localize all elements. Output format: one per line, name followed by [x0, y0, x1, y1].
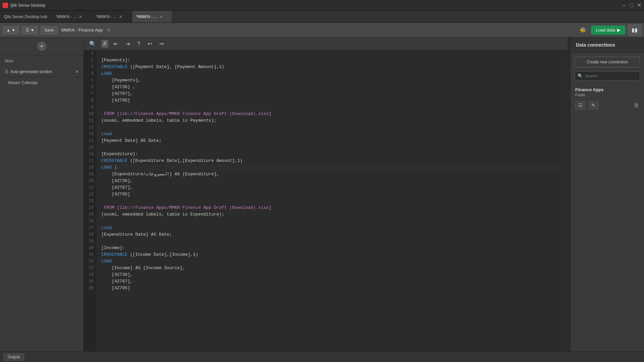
view-toggle-button[interactable]: ▮▮ — [628, 24, 641, 36]
ln-6: 6 — [87, 84, 94, 90]
code-content[interactable]: [Payments]: CROSSTABLE ([Payment Date], … — [97, 50, 568, 351]
indent-left-tool-btn[interactable]: ⇤ — [112, 40, 120, 48]
sidebar-add-area: + — [0, 38, 84, 55]
toolbar-right: 🐝 Load data ▶ ▮▮ — [578, 24, 641, 36]
tab-hub-label: Qlik Sense Desktop hub — [4, 14, 47, 19]
code-line-19: [Expenditure/المصروفات] AS [Expenditure]… — [101, 171, 564, 178]
folder-edit-icon-btn[interactable]: ✎ — [588, 101, 598, 110]
ln-11: 11 — [87, 117, 94, 124]
code-line-20: [42736], — [101, 178, 564, 184]
search-tool-btn[interactable]: 🔍 — [87, 40, 98, 48]
load-data-play-icon: ▶ — [617, 27, 621, 33]
tab-mmkn2[interactable]: *MMKN - ... ✕ — [92, 11, 132, 22]
folder-delete-icon-btn[interactable]: 🗑 — [634, 102, 639, 108]
auto-section-label: Auto-generated section — [10, 69, 52, 74]
code-line-7: [42767], — [101, 90, 564, 97]
code-line-36: [42795] — [101, 285, 564, 292]
minimize-button[interactable]: – — [622, 3, 627, 8]
folder-table-icon-btn[interactable]: ☷ — [575, 101, 586, 110]
help-tool-btn[interactable]: ? — [135, 40, 142, 48]
window-controls: – □ ✕ — [622, 3, 641, 8]
code-line-2: [Payments]: — [101, 57, 564, 64]
code-line-31: CROSSTABLE ([Income Date],[Income],1) — [101, 251, 564, 258]
comment-tool-btn[interactable]: // — [101, 40, 108, 48]
code-line-32: LOAD — [101, 258, 564, 265]
app-title: MMKN - Finance App — [61, 27, 103, 33]
ln-4: 4 — [87, 70, 94, 77]
code-line-21: [42767], — [101, 184, 564, 191]
master-calendar-label: Master Calendar — [8, 80, 38, 85]
finance-apps-folder: Finance Apps Folder — [571, 84, 644, 98]
tab-mmkn3[interactable]: *MMKN - ... ✕ — [132, 11, 172, 22]
tab-mmkn1[interactable]: *MMKN - ... ✕ — [52, 11, 92, 22]
search-connections-area[interactable]: 🔍 — [575, 71, 640, 80]
code-line-33: [Income] AS [Income Source], — [101, 265, 564, 272]
code-line-29 — [101, 238, 564, 245]
save-button[interactable]: Save — [41, 26, 57, 34]
ln-15: 15 — [87, 144, 94, 151]
code-line-13: Load — [101, 131, 564, 137]
code-line-5: [Payments], — [101, 77, 564, 84]
app-name: Qlik Sense Desktop — [10, 3, 45, 8]
ln-3: 3 — [87, 64, 94, 70]
main-layout: + Main ☰ Auto-generated section ✕ Master… — [0, 38, 644, 351]
ln-7: 7 — [87, 90, 94, 97]
sidebar-main-label: Main — [0, 55, 84, 67]
ln-20: 20 — [87, 178, 94, 184]
search-icon: 🔍 — [578, 73, 583, 78]
scrollbar[interactable] — [568, 38, 570, 351]
create-new-connection-button[interactable]: Create new connection — [575, 57, 640, 67]
tab-mmkn2-close[interactable]: ✕ — [119, 14, 123, 19]
ln-32: 32 — [87, 258, 94, 265]
code-editor[interactable]: 1 2 3 4 5 6 7 8 9 10 11 12 13 14 15 16 1… — [84, 50, 568, 351]
ln-10: 10 — [87, 111, 94, 117]
toolbar: ▲ ▼ ☰ ▼ Save MMKN - Finance App ⚙ 🐝 Load… — [0, 23, 644, 38]
code-line-10: FROM [lib://Finance Apps/MMKN Finance Ap… — [101, 111, 564, 117]
close-button[interactable]: ✕ — [637, 3, 641, 8]
ln-25: 25 — [87, 211, 94, 218]
bottom-bar: Output — [0, 351, 644, 362]
sidebar-item-master-calendar[interactable]: Master Calendar — [0, 77, 84, 88]
tab-mmkn3-close[interactable]: ✕ — [159, 14, 163, 19]
list-view-btn[interactable]: ☰ ▼ — [22, 26, 38, 34]
ln-16: 16 — [87, 151, 94, 158]
indent-right-tool-btn[interactable]: ⇥ — [123, 40, 132, 48]
load-data-button[interactable]: Load data ▶ — [591, 25, 625, 35]
code-line-18: LOAD | — [101, 164, 564, 171]
ln-5: 5 — [87, 77, 94, 84]
tab-hub[interactable]: Qlik Sense Desktop hub — [0, 11, 52, 22]
nav-back-btn[interactable]: ▲ ▼ — [3, 26, 19, 34]
search-connections-input[interactable] — [585, 74, 637, 78]
code-line-28: [Expenditure Date] AS Date; — [101, 231, 564, 238]
undo-tool-btn[interactable]: ↩ — [146, 40, 154, 48]
code-line-9 — [101, 104, 564, 111]
add-section-button[interactable]: + — [37, 42, 47, 51]
code-line-16: [Expenditure]: — [101, 151, 564, 158]
code-line-12 — [101, 124, 564, 131]
output-button[interactable]: Output — [3, 353, 24, 361]
folder-actions: ☷ ✎ 🗑 — [571, 98, 644, 112]
code-line-35: [42767], — [101, 278, 564, 285]
ln-23: 23 — [87, 198, 94, 204]
debug-button[interactable]: 🐝 — [578, 25, 588, 35]
tab-mmkn1-close[interactable]: ✕ — [78, 14, 83, 19]
line-numbers: 1 2 3 4 5 6 7 8 9 10 11 12 13 14 15 16 1… — [84, 50, 97, 351]
code-line-22: [42795] — [101, 191, 564, 198]
ln-17: 17 — [87, 158, 94, 164]
redo-tool-btn[interactable]: ↪ — [157, 40, 166, 48]
ln-26: 26 — [87, 218, 94, 225]
ln-24: 24 — [87, 204, 94, 211]
code-line-8: [42795] — [101, 97, 564, 104]
code-line-24: FROM [lib://Finance Apps/MMKN Finance Ap… — [101, 204, 564, 211]
hamburger-icon: ☰ — [5, 69, 8, 74]
ln-19: 19 — [87, 171, 94, 178]
maximize-button[interactable]: □ — [629, 3, 634, 8]
code-line-15 — [101, 144, 564, 151]
ln-30: 30 — [87, 245, 94, 251]
section-close-icon[interactable]: ✕ — [75, 69, 79, 74]
app-settings-icon[interactable]: ⚙ — [107, 27, 111, 33]
data-connections-panel: Data connections Create new connection 🔍… — [570, 38, 644, 351]
ln-35: 35 — [87, 278, 94, 285]
ln-31: 31 — [87, 251, 94, 258]
code-line-1 — [101, 50, 564, 57]
